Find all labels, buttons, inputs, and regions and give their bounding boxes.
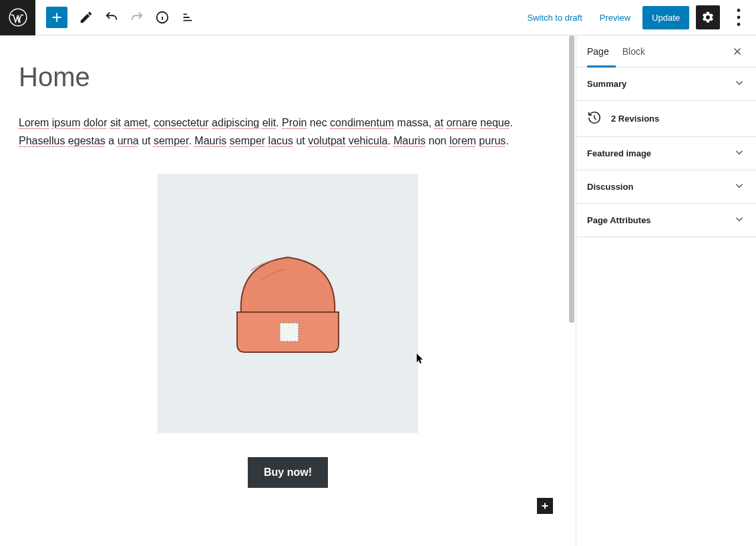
chevron-down-icon: [733, 213, 745, 227]
toolbar-tools: [35, 5, 200, 29]
svg-rect-5: [280, 323, 299, 342]
sidebar-tabs: Page Block: [576, 35, 756, 67]
add-block-button[interactable]: [46, 7, 67, 28]
chevron-down-icon: [733, 180, 745, 194]
more-options-button[interactable]: [727, 5, 751, 29]
chevron-down-icon: [733, 77, 745, 91]
svg-point-4: [737, 23, 741, 26]
preview-button[interactable]: Preview: [594, 9, 636, 27]
image-block[interactable]: [158, 174, 418, 433]
editor-canvas[interactable]: Home Lorem ipsum dolor sit amet, consect…: [0, 35, 576, 546]
outline-button[interactable]: [176, 5, 200, 29]
top-actions: Switch to draft Preview Update: [522, 5, 751, 29]
history-icon: [587, 110, 602, 127]
main-area: Home Lorem ipsum dolor sit amet, consect…: [0, 35, 756, 546]
top-toolbar: Switch to draft Preview Update: [0, 0, 756, 35]
panel-label: Page Attributes: [587, 215, 651, 225]
redo-button[interactable]: [125, 5, 149, 29]
panel-label: Discussion: [587, 182, 633, 192]
edit-tool-button[interactable]: [74, 5, 98, 29]
info-button[interactable]: [150, 5, 174, 29]
panel-label: 2 Revisions: [611, 114, 659, 124]
panel-page-attributes[interactable]: Page Attributes: [576, 204, 756, 237]
panel-label: Summary: [587, 79, 626, 89]
panel-label: Featured image: [587, 148, 651, 158]
tab-block[interactable]: Block: [616, 35, 652, 67]
chevron-down-icon: [733, 146, 745, 160]
svg-point-3: [737, 16, 741, 19]
settings-icon-button[interactable]: [696, 5, 720, 29]
panel-discussion[interactable]: Discussion: [576, 170, 756, 204]
beanie-illustration: [221, 224, 355, 371]
paragraph-block[interactable]: Lorem ipsum dolor sit amet, consectetur …: [19, 114, 553, 150]
svg-point-2: [737, 9, 741, 12]
panel-featured-image[interactable]: Featured image: [576, 137, 756, 170]
inline-add-block-button[interactable]: [537, 498, 553, 514]
close-sidebar-button[interactable]: [729, 43, 745, 59]
panel-summary[interactable]: Summary: [576, 67, 756, 101]
update-button[interactable]: Update: [642, 6, 689, 29]
tab-page[interactable]: Page: [587, 35, 616, 67]
svg-point-0: [9, 9, 27, 26]
wordpress-logo[interactable]: [0, 0, 35, 35]
editor-scrollbar[interactable]: [568, 35, 576, 546]
page-title[interactable]: Home: [19, 62, 557, 92]
panel-revisions[interactable]: 2 Revisions: [576, 101, 756, 137]
settings-sidebar: Page Block Summary 2 Revisions Featured …: [576, 35, 756, 546]
buy-now-button[interactable]: Buy now!: [248, 457, 328, 488]
switch-to-draft-button[interactable]: Switch to draft: [522, 9, 587, 27]
undo-button[interactable]: [100, 5, 124, 29]
